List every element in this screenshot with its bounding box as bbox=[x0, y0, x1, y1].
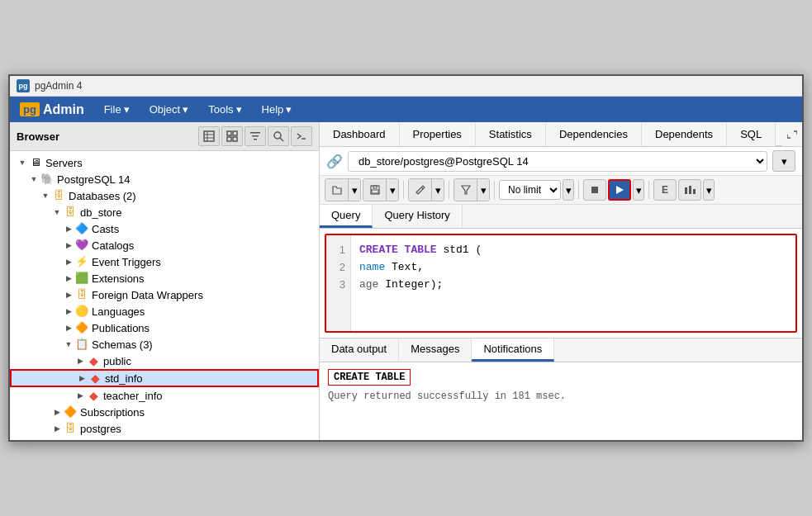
tree-item-languages[interactable]: ▶ 🟡 Languages bbox=[10, 303, 319, 320]
tree-item-teacher-info[interactable]: ▶ ◆ teacher_info bbox=[10, 387, 319, 404]
filter-dropdown-btn[interactable]: ▾ bbox=[477, 179, 489, 201]
execute-btn[interactable] bbox=[608, 179, 631, 201]
menu-bar: pg Admin File ▾ Object ▾ Tools ▾ Help ▾ bbox=[10, 97, 802, 122]
browser-title: Browser bbox=[17, 130, 59, 143]
explain-analyze-btn[interactable] bbox=[678, 179, 701, 201]
expand-arrow: ▶ bbox=[74, 391, 86, 400]
connection-bar: 🔗 db_store/postgres@PostgreSQL 14 ▾ bbox=[320, 147, 802, 176]
browser-search-btn[interactable] bbox=[268, 126, 289, 146]
tree-item-servers[interactable]: ▼ 🖥 Servers bbox=[10, 154, 319, 171]
tree-item-databases[interactable]: ▼ 🗄 Databases (2) bbox=[10, 187, 319, 204]
resize-icon[interactable] bbox=[782, 122, 802, 146]
svg-rect-22 bbox=[689, 186, 691, 194]
tree-label: Foreign Data Wrappers bbox=[92, 289, 203, 301]
code-line-2: name Text, bbox=[359, 259, 787, 277]
tree-item-event-triggers[interactable]: ▶ ⚡ Event Triggers bbox=[10, 253, 319, 270]
browser-panel: Browser bbox=[10, 122, 320, 440]
expand-arrow: ▼ bbox=[40, 192, 51, 200]
filter-btn-group: ▾ bbox=[453, 178, 490, 201]
tab-messages[interactable]: Messages bbox=[399, 338, 472, 362]
tree-item-foreign-data[interactable]: ▶ 🗄 Foreign Data Wrappers bbox=[10, 286, 319, 303]
connection-expand-btn[interactable]: ▾ bbox=[772, 150, 795, 172]
tree-label: PostgreSQL 14 bbox=[57, 173, 130, 186]
limit-dropdown-btn[interactable]: ▾ bbox=[563, 179, 574, 201]
menu-tools[interactable]: Tools ▾ bbox=[198, 97, 251, 122]
code-line-3: age Integer); bbox=[359, 277, 787, 294]
svg-point-11 bbox=[274, 132, 281, 139]
menu-file[interactable]: File ▾ bbox=[94, 97, 140, 122]
svg-rect-0 bbox=[204, 131, 214, 141]
svg-rect-16 bbox=[372, 190, 378, 193]
output-message: Query returned successfully in 181 msec. bbox=[328, 391, 566, 402]
explain-dropdown-btn[interactable]: ▾ bbox=[703, 179, 715, 201]
editor-tabs: Query Query History bbox=[320, 205, 802, 229]
edit-btn-group: ▾ bbox=[408, 178, 444, 201]
code-content[interactable]: CREATE TABLE std1 ( name Text, age Integ… bbox=[351, 235, 795, 331]
app-icon: pg bbox=[17, 79, 30, 92]
stop-btn[interactable] bbox=[583, 179, 606, 201]
tab-data-output[interactable]: Data output bbox=[320, 338, 399, 362]
edit-dropdown-btn[interactable]: ▾ bbox=[432, 179, 444, 201]
edit-btn[interactable] bbox=[409, 179, 432, 201]
tab-notifications[interactable]: Notifications bbox=[472, 338, 554, 362]
tree-panel: ▼ 🖥 Servers ▼ 🐘 PostgreSQL 14 ▼ 🗄 Datab bbox=[10, 151, 319, 440]
tab-dependents[interactable]: Dependents bbox=[642, 122, 727, 146]
tree-label: Catalogs bbox=[92, 239, 134, 252]
tab-statistics[interactable]: Statistics bbox=[476, 122, 546, 146]
execute-dropdown-btn[interactable]: ▾ bbox=[633, 179, 644, 201]
tree-item-publications[interactable]: ▶ 🔶 Publications bbox=[10, 320, 319, 336]
svg-rect-6 bbox=[227, 137, 231, 141]
separator3 bbox=[494, 181, 495, 199]
tab-dependencies[interactable]: Dependencies bbox=[546, 122, 642, 146]
tab-properties[interactable]: Properties bbox=[400, 122, 476, 146]
tree-item-catalogs[interactable]: ▶ 💜 Catalogs bbox=[10, 237, 319, 253]
tree-item-extensions[interactable]: ▶ 🟩 Extensions bbox=[10, 270, 319, 286]
svg-rect-7 bbox=[233, 137, 237, 141]
open-dropdown-btn[interactable]: ▾ bbox=[349, 179, 360, 201]
browser-grid-btn[interactable] bbox=[221, 126, 243, 146]
menu-object[interactable]: Object ▾ bbox=[140, 97, 199, 122]
tree-label: public bbox=[103, 355, 131, 367]
tree-item-subscriptions[interactable]: ▶ 🔶 Subscriptions bbox=[10, 404, 319, 420]
connection-select[interactable]: db_store/postgres@PostgreSQL 14 bbox=[348, 151, 767, 172]
tree-label: Databases (2) bbox=[69, 190, 136, 202]
extensions-icon: 🟩 bbox=[74, 272, 89, 285]
tree-item-std-info[interactable]: ▶ ◆ std_info bbox=[10, 369, 319, 387]
tab-query[interactable]: Query bbox=[320, 205, 373, 228]
casts-icon: 🔷 bbox=[74, 222, 89, 235]
svg-rect-10 bbox=[254, 139, 257, 140]
tree-item-postgresql[interactable]: ▼ 🐘 PostgreSQL 14 bbox=[10, 171, 319, 187]
code-editor: 1 2 3 CREATE TABLE std1 ( name Text, age… bbox=[325, 234, 797, 333]
explain-btn[interactable]: E bbox=[653, 179, 677, 201]
browser-filter-btn[interactable] bbox=[245, 126, 266, 146]
browser-terminal-btn[interactable] bbox=[291, 126, 312, 146]
save-dropdown-btn[interactable]: ▾ bbox=[387, 179, 398, 201]
svg-marker-20 bbox=[616, 186, 624, 194]
app-logo: pg Admin bbox=[17, 97, 94, 122]
svg-rect-4 bbox=[227, 131, 231, 135]
tree-item-dbstore[interactable]: ▼ 🗄 db_store bbox=[10, 204, 319, 220]
save-btn[interactable] bbox=[363, 179, 387, 201]
expand-arrow: ▼ bbox=[51, 208, 63, 216]
tree-item-schemas[interactable]: ▼ 📋 Schemas (3) bbox=[10, 336, 319, 353]
tree-item-public[interactable]: ▶ ◆ public bbox=[10, 353, 319, 369]
tree-item-postgres[interactable]: ▶ 🗄 postgres bbox=[10, 420, 319, 437]
tree-item-casts[interactable]: ▶ 🔷 Casts bbox=[10, 220, 319, 237]
code-line-1: CREATE TABLE std1 ( bbox=[359, 242, 787, 259]
tab-dashboard[interactable]: Dashboard bbox=[320, 122, 400, 146]
browser-table-btn[interactable] bbox=[198, 126, 220, 146]
postgres-db-icon: 🗄 bbox=[63, 422, 78, 435]
separator5 bbox=[648, 181, 649, 199]
output-command: CREATE TABLE bbox=[328, 369, 411, 386]
top-tabs: Dashboard Properties Statistics Dependen… bbox=[320, 122, 802, 147]
tab-sql[interactable]: SQL bbox=[727, 122, 776, 146]
expand-arrow: ▶ bbox=[63, 225, 74, 233]
connection-icon: 🔗 bbox=[326, 154, 343, 169]
output-tabs: Data output Messages Notifications bbox=[320, 338, 802, 362]
filter-btn[interactable] bbox=[454, 179, 477, 201]
limit-select[interactable]: No limit 100 500 1000 bbox=[499, 180, 561, 200]
menu-help[interactable]: Help ▾ bbox=[252, 97, 302, 122]
open-file-btn[interactable] bbox=[325, 179, 349, 201]
tab-query-history[interactable]: Query History bbox=[373, 205, 462, 228]
tree-label: teacher_info bbox=[103, 390, 163, 402]
